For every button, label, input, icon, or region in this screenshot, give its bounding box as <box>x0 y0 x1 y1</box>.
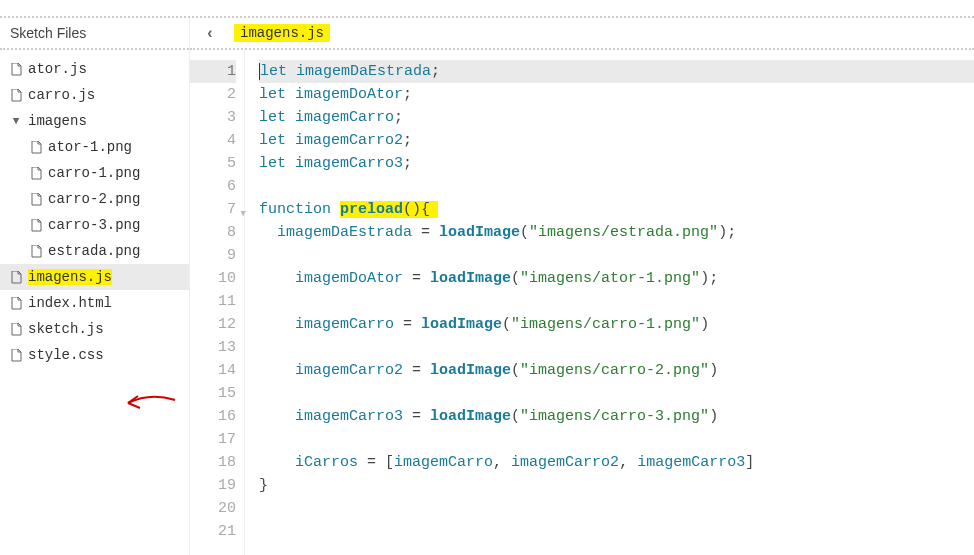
code-token: ) <box>700 316 709 333</box>
folder-open-icon: ▼ <box>10 115 22 127</box>
code-token: imagemCarro3 <box>295 408 403 425</box>
code-token: imagemCarro <box>295 109 394 126</box>
code-line[interactable] <box>259 497 974 520</box>
code-line[interactable]: imagemCarro3 = loadImage("imagens/carro-… <box>259 405 974 428</box>
file-item[interactable]: carro-1.png <box>0 160 189 186</box>
code-token: ); <box>718 224 736 241</box>
code-line[interactable] <box>259 336 974 359</box>
file-item[interactable]: carro-3.png <box>0 212 189 238</box>
editor-area: ‹ imagens.js 123456789101112131415161718… <box>190 18 974 555</box>
line-number: 3 <box>190 106 236 129</box>
file-item[interactable]: carro.js <box>0 82 189 108</box>
code-line[interactable] <box>259 520 974 543</box>
file-item[interactable]: ator.js <box>0 56 189 82</box>
file-item[interactable]: estrada.png <box>0 238 189 264</box>
code-line[interactable]: let imagemCarro2; <box>259 129 974 152</box>
file-item-label: imagens <box>28 113 87 129</box>
code-token: let <box>259 86 286 103</box>
code-line[interactable]: } <box>259 474 974 497</box>
code-line[interactable]: let imagemCarro3; <box>259 152 974 175</box>
code-token: , <box>619 454 637 471</box>
file-item[interactable]: sketch.js <box>0 316 189 342</box>
file-item[interactable]: ator-1.png <box>0 134 189 160</box>
code-token: preload <box>340 201 403 218</box>
code-token <box>259 408 295 425</box>
code-line[interactable]: imagemCarro2 = loadImage("imagens/carro-… <box>259 359 974 382</box>
code-token: imagemCarro2 <box>295 132 403 149</box>
code-line[interactable] <box>259 175 974 198</box>
code-line[interactable]: function preload(){ <box>259 198 974 221</box>
line-number: 10 <box>190 267 236 290</box>
file-item-label: ator-1.png <box>48 139 132 155</box>
line-number: 20 <box>190 497 236 520</box>
file-icon <box>10 63 22 76</box>
code-token: imagemDaEstrada <box>277 224 412 241</box>
code-token: "imagens/carro-1.png" <box>511 316 700 333</box>
code-token <box>259 224 277 241</box>
file-item-label: sketch.js <box>28 321 104 337</box>
line-number: 1 <box>190 60 236 83</box>
code-token: imagemCarro3 <box>295 155 403 172</box>
code-token: ) <box>709 362 718 379</box>
line-number: 15 <box>190 382 236 405</box>
code-token: } <box>259 477 268 494</box>
code-token <box>331 201 340 218</box>
code-token: "imagens/carro-2.png" <box>520 362 709 379</box>
code-line[interactable]: imagemDaEstrada = loadImage("imagens/est… <box>259 221 974 244</box>
folder-item[interactable]: ▼imagens <box>0 108 189 134</box>
code-token: ( <box>520 224 529 241</box>
back-button[interactable]: ‹ <box>200 23 220 43</box>
file-item-label: imagens.js <box>28 269 112 285</box>
file-item[interactable]: imagens.js <box>0 264 189 290</box>
code-line[interactable]: let imagemDoAtor; <box>259 83 974 106</box>
code-token: let <box>260 63 287 80</box>
code-line[interactable] <box>259 382 974 405</box>
line-number: 6 <box>190 175 236 198</box>
code-content[interactable]: let imagemDaEstrada;let imagemDoAtor;let… <box>245 50 974 555</box>
file-icon <box>10 297 22 310</box>
code-token: function <box>259 201 331 218</box>
code-token: ( <box>511 270 520 287</box>
file-item[interactable]: carro-2.png <box>0 186 189 212</box>
code-line[interactable] <box>259 428 974 451</box>
code-token: ] <box>745 454 754 471</box>
code-token: ); <box>700 270 718 287</box>
code-token: let <box>259 132 286 149</box>
line-number: 17 <box>190 428 236 451</box>
code-token: loadImage <box>430 270 511 287</box>
code-line[interactable]: let imagemDaEstrada; <box>259 60 974 83</box>
code-editor[interactable]: 123456789101112131415161718192021 let im… <box>190 50 974 555</box>
file-icon <box>10 349 22 362</box>
code-token <box>286 109 295 126</box>
current-file-tab[interactable]: imagens.js <box>234 24 330 42</box>
file-item[interactable]: index.html <box>0 290 189 316</box>
code-token: = <box>403 270 430 287</box>
code-token <box>259 454 295 471</box>
code-line[interactable]: let imagemCarro; <box>259 106 974 129</box>
annotation-arrow <box>120 390 180 416</box>
code-line[interactable]: imagemCarro = loadImage("imagens/carro-1… <box>259 313 974 336</box>
line-number: 19 <box>190 474 236 497</box>
code-token: imagemCarro2 <box>511 454 619 471</box>
file-item-label: carro-2.png <box>48 191 140 207</box>
line-number: 9 <box>190 244 236 267</box>
file-item-label: carro-3.png <box>48 217 140 233</box>
code-line[interactable]: iCarros = [imagemCarro, imagemCarro2, im… <box>259 451 974 474</box>
code-token: = [ <box>358 454 394 471</box>
code-line[interactable] <box>259 290 974 313</box>
code-token: imagemDoAtor <box>295 86 403 103</box>
code-token: ) <box>709 408 718 425</box>
code-token: = <box>412 224 439 241</box>
file-icon <box>30 167 42 180</box>
window-toolbar-strip <box>0 0 974 18</box>
code-token: ; <box>403 132 412 149</box>
code-line[interactable] <box>259 244 974 267</box>
code-token: ( <box>511 408 520 425</box>
main-layout: Sketch Files ator.jscarro.js▼imagensator… <box>0 18 974 555</box>
code-line[interactable]: imagemDoAtor = loadImage("imagens/ator-1… <box>259 267 974 290</box>
file-icon <box>10 323 22 336</box>
code-token: ; <box>431 63 440 80</box>
code-token: imagemCarro <box>295 316 394 333</box>
line-number: 5 <box>190 152 236 175</box>
file-item[interactable]: style.css <box>0 342 189 368</box>
